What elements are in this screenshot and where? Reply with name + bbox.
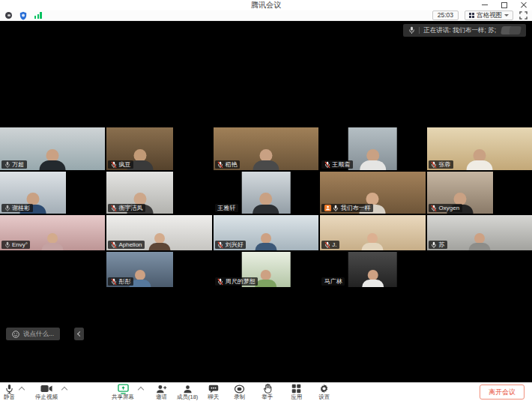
smiley-icon[interactable] [12,331,19,338]
mic-icon [408,26,415,34]
video-tile[interactable]: 谢桂彬 [0,172,105,214]
video-tile[interactable]: 万超 [0,127,105,170]
toolbar-button-content: 邀请 [156,384,167,400]
toolbar-apps-button[interactable]: 应用 [291,384,302,400]
minimize-icon[interactable] [480,1,489,9]
person-silhouette-head [135,270,145,280]
participant-label: Envy° [1,241,30,249]
mic-muted-icon [111,241,117,249]
participant-label: 苏 [429,241,448,249]
meeting-timer: 25:03 [432,10,459,20]
toolbar-settings-button[interactable]: 设置 [318,384,330,400]
mic-icon [4,205,10,212]
participant-label: Aphelion [108,241,145,249]
mic-muted-icon [431,161,437,169]
toolbar-members-button[interactable]: 成员(18) [177,384,198,400]
video-feed [348,252,397,287]
video-tile[interactable]: 刘兴好 [214,215,318,250]
participant-name: 周尺的梦想 [226,277,256,286]
grid-row: 万超 疯豆 稻艳 王顺斋 张蓉 [0,127,532,170]
chevron-up-icon[interactable] [61,387,67,393]
participant-label: 王顺斋 [321,160,353,169]
window-title: 腾讯会议 [251,0,281,10]
leave-meeting-button[interactable]: 离开会议 [480,385,525,400]
participant-name: 万超 [12,160,24,169]
toolbar-button-label: 设置 [318,394,330,400]
video-grid: 万超 疯豆 稻艳 王顺斋 张蓉 谢桂彬 衡宇洁凤王雅轩 我们布一样 Oxygen [0,127,532,289]
chevron-up-icon[interactable] [19,387,25,393]
view-mode-button[interactable]: 宫格视图 [465,10,513,20]
participant-name: 彤彤 [118,277,130,286]
participant-name: J. [332,241,336,248]
toolbar-button-content: 静音 [4,384,15,400]
video-tile[interactable]: 彤彤 [106,252,211,287]
participant-name: Oxygen [439,205,460,211]
avatar [509,26,522,34]
grid-row: Envy° Aphelion 刘兴好 J. 苏 [0,215,532,250]
chevron-up-icon[interactable] [138,387,144,393]
participant-label: 马广林 [321,277,345,286]
video-tile[interactable]: Aphelion [106,215,211,250]
person-silhouette-body [255,280,276,287]
video-tile[interactable]: 我们布一样 [320,172,425,214]
network-signal-icon[interactable] [34,12,42,19]
settings-icon [319,384,329,394]
participant-label: 万超 [1,160,27,169]
video-tile[interactable]: 张蓉 [427,127,532,170]
toolbar-stop-video-button[interactable]: 停止视频 [35,384,67,400]
video-tile[interactable]: 稻艳 [214,127,318,170]
person-silhouette-body [362,280,384,287]
participant-label: 稻艳 [215,160,241,169]
toolbar-button-content: 共享屏幕 [112,384,134,400]
participant-label: J. [321,241,339,249]
bottom-toolbar: 静音停止视频共享屏幕邀请成员(18)聊天录制举手应用设置离开会议 [0,382,532,401]
close-icon[interactable] [519,1,528,9]
toolbar-record-button[interactable]: 录制 [234,384,245,400]
members-icon [183,384,193,394]
chat-collapse-button[interactable] [74,328,84,340]
person-silhouette-body [362,243,384,250]
toolbar-share-screen-button[interactable]: 共享屏幕 [112,384,143,400]
toolbar-mute-button[interactable]: 静音 [4,384,24,400]
toolbar-invite-button[interactable]: 邀请 [156,384,167,400]
video-tile[interactable]: 马广林 [320,252,425,287]
participant-label: 王雅轩 [215,204,238,212]
fullscreen-icon[interactable] [519,11,528,19]
chat-input[interactable]: 说点什么... [6,328,60,340]
video-tile[interactable]: 王雅轩 [214,172,318,214]
video-area: 正在讲话: 我们布一样; 苏; 万超 疯豆 稻艳 王顺斋 张蓉 谢桂彬 衡宇洁凤… [0,21,532,382]
view-mode-label: 宫格视图 [477,11,502,20]
participant-name: 衡宇洁凤 [118,204,142,212]
video-tile[interactable]: J. [320,215,425,250]
video-tile[interactable]: 衡宇洁凤 [106,172,211,214]
video-tile[interactable]: Envy° [0,215,105,250]
participant-label: 谢桂彬 [1,204,33,212]
video-tile[interactable]: 疯豆 [106,127,211,170]
maximize-icon[interactable] [499,1,509,9]
status-right: 25:03 宫格视图 [432,10,528,20]
video-tile[interactable]: 周尺的梦想 [214,252,318,287]
video-tile[interactable]: 王顺斋 [320,127,425,170]
participant-name: 我们布一样 [341,204,371,212]
person-silhouette-body [253,205,279,214]
video-tile[interactable]: 苏 [427,215,532,250]
toolbar-button-label: 举手 [262,394,273,400]
toolbar-chat-button[interactable]: 聊天 [208,384,219,400]
security-shield-icon[interactable] [19,11,27,20]
mic-muted-icon [324,241,330,249]
grid-row: 谢桂彬 衡宇洁凤王雅轩 我们布一样 Oxygen [0,172,532,214]
title-bar: 腾讯会议 [0,0,532,10]
chevron-down-icon [504,14,509,16]
toolbar-button-content: 聊天 [208,384,219,400]
info-icon[interactable] [5,12,12,19]
participant-label: 疯豆 [108,160,133,169]
participant-name: 王顺斋 [332,160,350,169]
video-tile[interactable]: Oxygen [427,172,532,214]
participant-name: 谢桂彬 [12,204,30,212]
mic-muted-icon [217,278,223,286]
meeting-window: 腾讯会议 25:03 宫格视图 [0,0,532,401]
participant-name: 苏 [439,241,445,249]
share-screen-icon [118,384,129,394]
speaker-avatars [501,26,521,34]
toolbar-raise-hand-button[interactable]: 举手 [262,384,273,400]
